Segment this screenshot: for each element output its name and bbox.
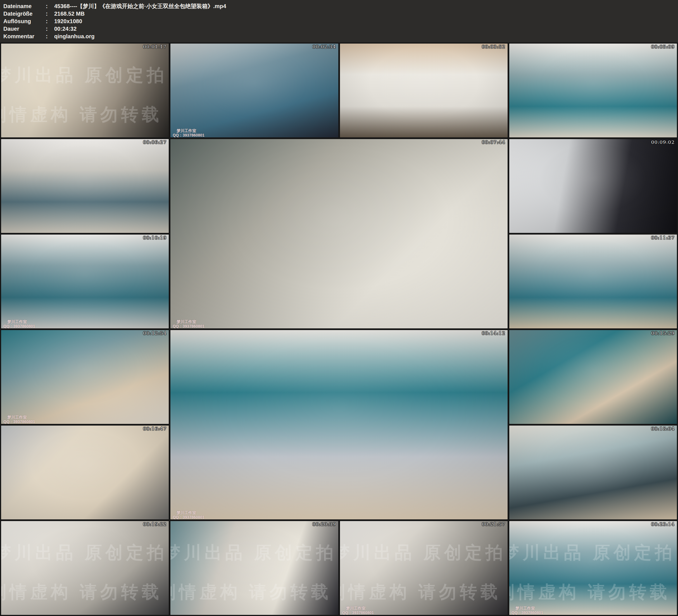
studio-diagonal-watermark: 梦川出品 原创定拍剧情虚构 请勿转载 (171, 521, 338, 615)
file-info-separator: : (46, 17, 54, 25)
thumbnail-timestamp: 00:21:57 (482, 521, 505, 527)
thumbnail-timestamp: 00:11:37 (651, 235, 675, 240)
studio-qq-watermark: 梦川工作室QQ：3937860801 (342, 606, 374, 615)
thumbnail-timestamp: 00:23:14 (651, 521, 675, 527)
video-thumbnail-00-12-54[interactable]: 00:12:54梦川工作室QQ：3937860801 (1, 330, 169, 424)
studio-diagonal-watermark: 梦川出品 原创定拍剧情虚构 请勿转载 (1, 521, 169, 615)
file-info-value: 2168.52 MB (54, 10, 675, 17)
watermark-line-2: 剧情虚构 请勿转载 (509, 580, 671, 604)
file-info-row-dateigröße: Dateigröße:2168.52 MB (3, 10, 675, 17)
studio-qq-text: QQ：3937860801 (173, 133, 204, 138)
studio-name-text: 梦川工作室 (3, 319, 35, 324)
file-info-value: 00:24:32 (54, 25, 675, 33)
file-info-label: Dateigröße (3, 10, 46, 17)
thumbnail-timestamp: 00:01:17 (143, 44, 166, 49)
video-thumbnail-00-10-19[interactable]: 00:10:19梦川工作室QQ：3937860801 (1, 235, 169, 329)
thumbnail-timestamp: 00:18:04 (651, 426, 675, 431)
watermark-line-2: 剧情虚构 请勿转载 (1, 580, 162, 604)
watermark-line-2: 剧情虚构 请勿转载 (171, 580, 332, 604)
studio-name-text: 梦川工作室 (173, 510, 204, 515)
studio-qq-text: QQ：3937860801 (512, 610, 543, 615)
studio-diagonal-watermark: 梦川出品 原创定拍剧情虚构 请勿转载 (509, 521, 677, 615)
thumbnail-timestamp: 00:10:19 (143, 235, 166, 240)
thumbnail-timestamp: 00:03:52 (482, 44, 505, 49)
watermark-line-1: 梦川出品 原创定拍 (1, 64, 167, 87)
video-thumbnail-00-07-44[interactable]: 00:07:44梦川工作室QQ：3937860801 (171, 139, 507, 329)
video-thumbnail-00-03-52[interactable]: 00:03:52 (340, 44, 507, 138)
file-info-value: 45368----【梦川】《在游戏开始之前·小女王双丝全包绝望装箱》.mp4 (54, 2, 675, 10)
studio-qq-text: QQ：3937860801 (3, 419, 35, 424)
video-thumbnail-00-06-27[interactable]: 00:06:27 (1, 139, 169, 233)
studio-name-text: 梦川工作室 (173, 128, 204, 133)
file-info-header: Dateiname:45368----【梦川】《在游戏开始之前·小女王双丝全包绝… (0, 0, 678, 42)
file-info-label: Kommentar (3, 33, 46, 40)
studio-diagonal-watermark: 梦川出品 原创定拍剧情虚构 请勿转载 (340, 521, 507, 615)
file-info-row-kommentar: Kommentar:qinglanhua.org (3, 33, 675, 40)
watermark-line-2: 剧情虚构 请勿转载 (340, 580, 501, 604)
video-thumbnail-00-09-02[interactable]: 00:09:02 (509, 139, 677, 233)
thumbnail-timestamp: 00:09:02 (651, 139, 675, 145)
video-contact-sheet: Dateiname:45368----【梦川】《在游戏开始之前·小女王双丝全包绝… (0, 0, 678, 616)
watermark-line-1: 梦川出品 原创定拍 (340, 541, 506, 564)
file-info-row-dauer: Dauer:00:24:32 (3, 25, 675, 33)
studio-qq-watermark: 梦川工作室QQ：3937860801 (3, 415, 35, 424)
studio-qq-text: QQ：3937860801 (3, 324, 35, 329)
thumbnail-timestamp: 00:15:29 (651, 330, 675, 336)
thumbnail-timestamp: 00:06:27 (143, 139, 166, 145)
thumbnail-timestamp: 00:05:09 (651, 44, 675, 49)
thumbnail-timestamp: 00:14:12 (482, 330, 505, 336)
file-info-separator: : (46, 25, 54, 33)
file-info-label: Dateiname (3, 2, 46, 10)
video-thumbnail-00-15-29[interactable]: 00:15:29 (509, 330, 677, 424)
thumbnail-timestamp: 00:07:44 (482, 139, 505, 145)
thumbnail-timestamp: 00:02:34 (312, 44, 336, 49)
video-thumbnail-00-01-17[interactable]: 00:01:17梦川出品 原创定拍剧情虚构 请勿转载 (1, 44, 169, 138)
video-thumbnail-00-23-14[interactable]: 00:23:14梦川出品 原创定拍剧情虚构 请勿转载梦川工作室QQ：393786… (509, 521, 677, 615)
thumbnail-timestamp: 00:20:39 (312, 521, 336, 527)
video-thumbnail-00-14-12[interactable]: 00:14:12梦川工作室QQ：3937860801 (171, 330, 507, 519)
studio-name-text: 梦川工作室 (173, 319, 204, 324)
studio-qq-watermark: 梦川工作室QQ：3937860801 (3, 319, 35, 329)
studio-qq-watermark: 梦川工作室QQ：3937860801 (173, 510, 204, 519)
file-info-separator: : (46, 33, 54, 40)
studio-qq-text: QQ：3937860801 (173, 515, 204, 519)
file-info-label: Dauer (3, 25, 46, 33)
video-thumbnail-00-11-37[interactable]: 00:11:37 (509, 235, 677, 329)
thumbnail-timestamp: 00:12:54 (143, 330, 166, 336)
thumbnail-timestamp: 00:19:22 (143, 521, 166, 527)
watermark-line-2: 剧情虚构 请勿转载 (1, 103, 162, 126)
studio-name-text: 梦川工作室 (342, 606, 374, 610)
video-thumbnail-00-19-22[interactable]: 00:19:22梦川出品 原创定拍剧情虚构 请勿转载 (1, 521, 169, 615)
thumbnail-grid: 00:01:17梦川出品 原创定拍剧情虚构 请勿转载00:02:34梦川工作室Q… (0, 42, 678, 616)
file-info-value: 1920x1080 (54, 17, 675, 25)
studio-qq-text: QQ：3937860801 (342, 610, 374, 615)
video-thumbnail-00-20-39[interactable]: 00:20:39梦川出品 原创定拍剧情虚构 请勿转载 (171, 521, 338, 615)
video-thumbnail-00-18-04[interactable]: 00:18:04 (509, 426, 677, 519)
video-thumbnail-00-16-47[interactable]: 00:16:47 (1, 426, 169, 519)
video-thumbnail-00-21-57[interactable]: 00:21:57梦川出品 原创定拍剧情虚构 请勿转载梦川工作室QQ：393786… (340, 521, 507, 615)
studio-qq-watermark: 梦川工作室QQ：3937860801 (173, 128, 204, 138)
video-thumbnail-00-05-09[interactable]: 00:05:09 (509, 44, 677, 138)
studio-qq-watermark: 梦川工作室QQ：3937860801 (512, 606, 543, 615)
studio-qq-text: QQ：3937860801 (173, 324, 204, 329)
file-info-value: qinglanhua.org (54, 33, 675, 40)
studio-name-text: 梦川工作室 (512, 606, 543, 610)
watermark-line-1: 梦川出品 原创定拍 (171, 541, 337, 564)
watermark-line-1: 梦川出品 原创定拍 (1, 541, 167, 564)
file-info-separator: : (46, 10, 54, 17)
file-info-separator: : (46, 2, 54, 10)
file-info-row-auflösung: Auflösung:1920x1080 (3, 17, 675, 25)
thumbnail-timestamp: 00:16:47 (143, 426, 166, 431)
studio-diagonal-watermark: 梦川出品 原创定拍剧情虚构 请勿转载 (1, 44, 169, 138)
watermark-line-1: 梦川出品 原创定拍 (509, 541, 676, 564)
file-info-label: Auflösung (3, 17, 46, 25)
video-thumbnail-00-02-34[interactable]: 00:02:34梦川工作室QQ：3937860801 (171, 44, 338, 138)
file-info-row-dateiname: Dateiname:45368----【梦川】《在游戏开始之前·小女王双丝全包绝… (3, 2, 675, 10)
studio-name-text: 梦川工作室 (3, 415, 35, 419)
studio-qq-watermark: 梦川工作室QQ：3937860801 (173, 319, 204, 329)
